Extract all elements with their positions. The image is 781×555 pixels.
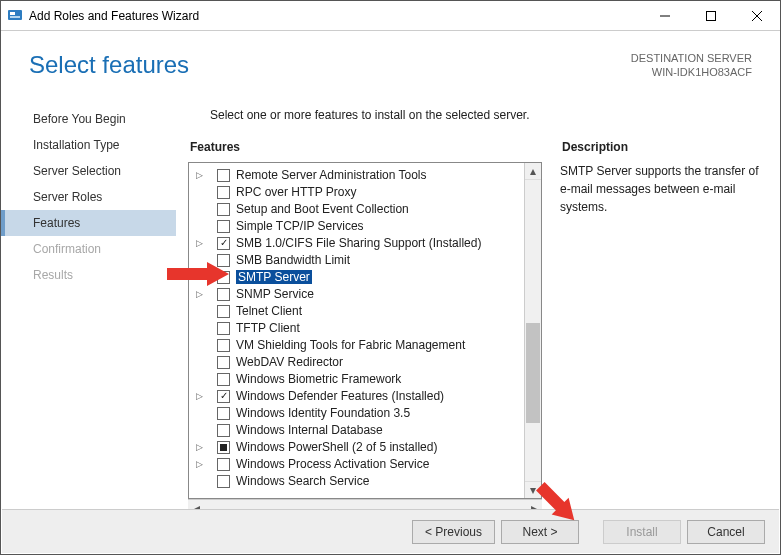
expand-icon[interactable]: ▷ <box>193 289 205 299</box>
feature-label[interactable]: WebDAV Redirector <box>236 355 343 369</box>
feature-checkbox[interactable] <box>217 288 230 301</box>
feature-checkbox[interactable] <box>217 407 230 420</box>
feature-label[interactable]: Simple TCP/IP Services <box>236 219 364 233</box>
feature-label[interactable]: SMB Bandwidth Limit <box>236 253 350 267</box>
app-icon <box>7 8 23 24</box>
scroll-up-icon[interactable]: ▴ <box>525 163 541 180</box>
feature-row[interactable]: Windows Identity Foundation 3.5 <box>193 405 524 422</box>
feature-row[interactable]: VM Shielding Tools for Fabric Management <box>193 337 524 354</box>
cancel-button[interactable]: Cancel <box>687 520 765 544</box>
previous-button[interactable]: < Previous <box>412 520 495 544</box>
description-heading: Description <box>560 140 760 154</box>
destination-info: DESTINATION SERVER WIN-IDK1HO83ACF <box>631 51 752 80</box>
feature-row[interactable]: SMB Bandwidth Limit <box>193 252 524 269</box>
feature-row[interactable]: ▷Windows Process Activation Service <box>193 456 524 473</box>
feature-label[interactable]: RPC over HTTP Proxy <box>236 185 356 199</box>
main-content: Select one or more features to install o… <box>176 96 780 516</box>
svg-rect-1 <box>10 12 15 15</box>
feature-label[interactable]: Setup and Boot Event Collection <box>236 202 409 216</box>
page-title: Select features <box>29 51 189 80</box>
feature-row[interactable]: Windows Biometric Framework <box>193 371 524 388</box>
feature-checkbox[interactable] <box>217 441 230 454</box>
instruction-text: Select one or more features to install o… <box>210 108 760 122</box>
features-listbox[interactable]: ▷Remote Server Administration ToolsRPC o… <box>188 162 542 499</box>
destination-value: WIN-IDK1HO83ACF <box>631 65 752 79</box>
features-heading: Features <box>188 140 542 154</box>
feature-label[interactable]: Windows Process Activation Service <box>236 457 429 471</box>
header: Select features DESTINATION SERVER WIN-I… <box>1 31 780 86</box>
feature-label[interactable]: Telnet Client <box>236 304 302 318</box>
feature-row[interactable]: ▷Remote Server Administration Tools <box>193 167 524 184</box>
feature-checkbox[interactable] <box>217 220 230 233</box>
feature-row[interactable]: Windows Search Service <box>193 473 524 490</box>
feature-label[interactable]: Windows PowerShell (2 of 5 installed) <box>236 440 437 454</box>
feature-checkbox[interactable] <box>217 186 230 199</box>
expand-icon[interactable]: ▷ <box>193 442 205 452</box>
feature-label[interactable]: Windows Internal Database <box>236 423 383 437</box>
sidebar-item-server-roles[interactable]: Server Roles <box>1 184 176 210</box>
feature-checkbox[interactable] <box>217 254 230 267</box>
sidebar-item-before-you-begin[interactable]: Before You Begin <box>1 106 176 132</box>
feature-row[interactable]: WebDAV Redirector <box>193 354 524 371</box>
feature-row[interactable]: ▷SNMP Service <box>193 286 524 303</box>
window-title: Add Roles and Features Wizard <box>29 9 199 23</box>
expand-icon[interactable]: ▷ <box>193 170 205 180</box>
feature-row[interactable]: Telnet Client <box>193 303 524 320</box>
svg-rect-4 <box>707 11 716 20</box>
feature-checkbox[interactable] <box>217 169 230 182</box>
expand-icon[interactable]: ▷ <box>193 391 205 401</box>
sidebar-item-results: Results <box>1 262 176 288</box>
feature-checkbox[interactable] <box>217 390 230 403</box>
feature-row[interactable]: TFTP Client <box>193 320 524 337</box>
feature-label[interactable]: Windows Defender Features (Installed) <box>236 389 444 403</box>
feature-row[interactable]: Setup and Boot Event Collection <box>193 201 524 218</box>
feature-checkbox[interactable] <box>217 237 230 250</box>
wizard-window: Add Roles and Features Wizard Select fea… <box>0 0 781 555</box>
next-button[interactable]: Next > <box>501 520 579 544</box>
sidebar-item-server-selection[interactable]: Server Selection <box>1 158 176 184</box>
feature-row[interactable]: ▷SMB 1.0/CIFS File Sharing Support (Inst… <box>193 235 524 252</box>
feature-label[interactable]: Windows Biometric Framework <box>236 372 401 386</box>
install-button: Install <box>603 520 681 544</box>
feature-checkbox[interactable] <box>217 458 230 471</box>
feature-label[interactable]: TFTP Client <box>236 321 300 335</box>
feature-row[interactable]: Windows Internal Database <box>193 422 524 439</box>
feature-label[interactable]: Windows Search Service <box>236 474 369 488</box>
titlebar: Add Roles and Features Wizard <box>1 1 780 31</box>
sidebar-item-confirmation: Confirmation <box>1 236 176 262</box>
feature-label[interactable]: SNMP Service <box>236 287 314 301</box>
minimize-button[interactable] <box>642 1 688 30</box>
feature-row[interactable]: ▷Windows PowerShell (2 of 5 installed) <box>193 439 524 456</box>
feature-checkbox[interactable] <box>217 356 230 369</box>
vertical-scrollbar[interactable]: ▴ ▾ <box>524 163 541 498</box>
feature-checkbox[interactable] <box>217 271 230 284</box>
sidebar-item-features[interactable]: Features <box>1 210 176 236</box>
feature-row[interactable]: ▷Windows Defender Features (Installed) <box>193 388 524 405</box>
feature-row[interactable]: Simple TCP/IP Services <box>193 218 524 235</box>
wizard-sidebar: Before You BeginInstallation TypeServer … <box>1 96 176 516</box>
feature-label[interactable]: VM Shielding Tools for Fabric Management <box>236 338 465 352</box>
feature-checkbox[interactable] <box>217 424 230 437</box>
feature-checkbox[interactable] <box>217 322 230 335</box>
feature-checkbox[interactable] <box>217 475 230 488</box>
feature-label[interactable]: Windows Identity Foundation 3.5 <box>236 406 410 420</box>
expand-icon[interactable]: ▷ <box>193 238 205 248</box>
feature-row[interactable]: RPC over HTTP Proxy <box>193 184 524 201</box>
scroll-down-icon[interactable]: ▾ <box>525 481 541 498</box>
sidebar-item-installation-type[interactable]: Installation Type <box>1 132 176 158</box>
feature-checkbox[interactable] <box>217 305 230 318</box>
close-button[interactable] <box>734 1 780 30</box>
wizard-footer: < Previous Next > Install Cancel <box>2 509 779 553</box>
scrollbar-thumb[interactable] <box>526 323 540 423</box>
description-text: SMTP Server supports the transfer of e-m… <box>560 162 760 216</box>
feature-row[interactable]: SMTP Server <box>193 269 524 286</box>
feature-checkbox[interactable] <box>217 373 230 386</box>
feature-label[interactable]: SMB 1.0/CIFS File Sharing Support (Insta… <box>236 236 481 250</box>
feature-checkbox[interactable] <box>217 203 230 216</box>
svg-rect-2 <box>10 16 20 18</box>
feature-label[interactable]: SMTP Server <box>236 270 312 284</box>
expand-icon[interactable]: ▷ <box>193 459 205 469</box>
feature-label[interactable]: Remote Server Administration Tools <box>236 168 427 182</box>
feature-checkbox[interactable] <box>217 339 230 352</box>
maximize-button[interactable] <box>688 1 734 30</box>
